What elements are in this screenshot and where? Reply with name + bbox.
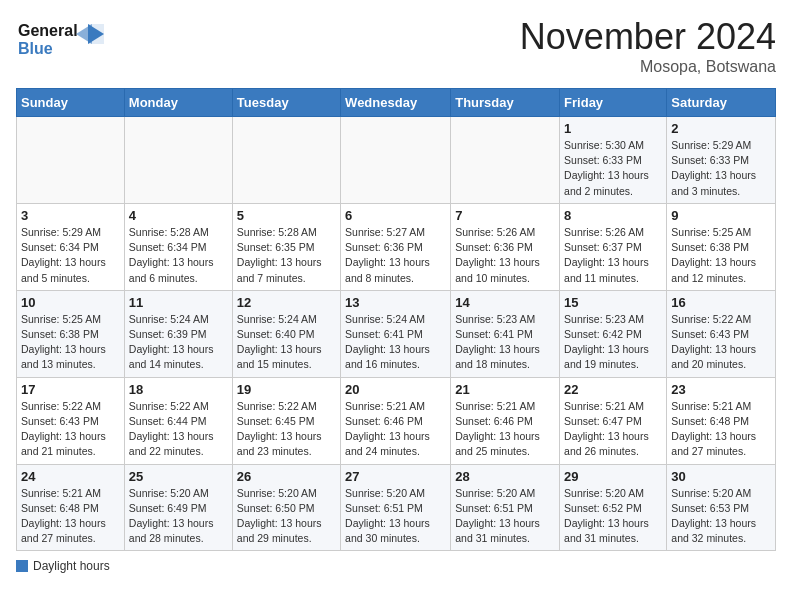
day-number: 26 bbox=[237, 469, 336, 484]
day-number: 12 bbox=[237, 295, 336, 310]
weekday-header-friday: Friday bbox=[560, 89, 667, 117]
day-detail: Sunrise: 5:24 AMSunset: 6:40 PMDaylight:… bbox=[237, 312, 336, 373]
day-detail: Sunrise: 5:22 AMSunset: 6:43 PMDaylight:… bbox=[21, 399, 120, 460]
title-area: November 2024 Mosopa, Botswana bbox=[520, 16, 776, 76]
weekday-header-monday: Monday bbox=[124, 89, 232, 117]
calendar-cell: 19Sunrise: 5:22 AMSunset: 6:45 PMDayligh… bbox=[232, 377, 340, 464]
day-detail: Sunrise: 5:20 AMSunset: 6:49 PMDaylight:… bbox=[129, 486, 228, 547]
calendar-cell: 22Sunrise: 5:21 AMSunset: 6:47 PMDayligh… bbox=[560, 377, 667, 464]
calendar-week-row: 1Sunrise: 5:30 AMSunset: 6:33 PMDaylight… bbox=[17, 117, 776, 204]
day-number: 22 bbox=[564, 382, 662, 397]
day-number: 21 bbox=[455, 382, 555, 397]
day-detail: Sunrise: 5:21 AMSunset: 6:46 PMDaylight:… bbox=[455, 399, 555, 460]
svg-text:General: General bbox=[18, 22, 78, 39]
day-number: 10 bbox=[21, 295, 120, 310]
calendar-cell: 4Sunrise: 5:28 AMSunset: 6:34 PMDaylight… bbox=[124, 203, 232, 290]
calendar-cell: 9Sunrise: 5:25 AMSunset: 6:38 PMDaylight… bbox=[667, 203, 776, 290]
calendar-cell: 30Sunrise: 5:20 AMSunset: 6:53 PMDayligh… bbox=[667, 464, 776, 551]
day-number: 15 bbox=[564, 295, 662, 310]
day-number: 30 bbox=[671, 469, 771, 484]
calendar-cell: 14Sunrise: 5:23 AMSunset: 6:41 PMDayligh… bbox=[451, 290, 560, 377]
day-detail: Sunrise: 5:28 AMSunset: 6:35 PMDaylight:… bbox=[237, 225, 336, 286]
day-detail: Sunrise: 5:22 AMSunset: 6:44 PMDaylight:… bbox=[129, 399, 228, 460]
calendar-week-row: 3Sunrise: 5:29 AMSunset: 6:34 PMDaylight… bbox=[17, 203, 776, 290]
day-detail: Sunrise: 5:29 AMSunset: 6:33 PMDaylight:… bbox=[671, 138, 771, 199]
day-number: 9 bbox=[671, 208, 771, 223]
weekday-header-sunday: Sunday bbox=[17, 89, 125, 117]
weekday-header-tuesday: Tuesday bbox=[232, 89, 340, 117]
day-number: 3 bbox=[21, 208, 120, 223]
calendar-cell bbox=[124, 117, 232, 204]
day-detail: Sunrise: 5:20 AMSunset: 6:52 PMDaylight:… bbox=[564, 486, 662, 547]
day-detail: Sunrise: 5:21 AMSunset: 6:46 PMDaylight:… bbox=[345, 399, 446, 460]
calendar-cell: 23Sunrise: 5:21 AMSunset: 6:48 PMDayligh… bbox=[667, 377, 776, 464]
day-number: 6 bbox=[345, 208, 446, 223]
day-detail: Sunrise: 5:21 AMSunset: 6:47 PMDaylight:… bbox=[564, 399, 662, 460]
day-detail: Sunrise: 5:20 AMSunset: 6:51 PMDaylight:… bbox=[455, 486, 555, 547]
calendar-cell: 5Sunrise: 5:28 AMSunset: 6:35 PMDaylight… bbox=[232, 203, 340, 290]
calendar-cell: 6Sunrise: 5:27 AMSunset: 6:36 PMDaylight… bbox=[341, 203, 451, 290]
day-number: 5 bbox=[237, 208, 336, 223]
daylight-legend: Daylight hours bbox=[16, 559, 110, 573]
calendar-cell: 25Sunrise: 5:20 AMSunset: 6:49 PMDayligh… bbox=[124, 464, 232, 551]
weekday-header-thursday: Thursday bbox=[451, 89, 560, 117]
calendar-cell: 15Sunrise: 5:23 AMSunset: 6:42 PMDayligh… bbox=[560, 290, 667, 377]
logo: General Blue bbox=[16, 16, 106, 68]
calendar-cell: 20Sunrise: 5:21 AMSunset: 6:46 PMDayligh… bbox=[341, 377, 451, 464]
calendar-cell bbox=[232, 117, 340, 204]
calendar-cell: 7Sunrise: 5:26 AMSunset: 6:36 PMDaylight… bbox=[451, 203, 560, 290]
svg-text:Blue: Blue bbox=[18, 40, 53, 57]
calendar-table: SundayMondayTuesdayWednesdayThursdayFrid… bbox=[16, 88, 776, 551]
day-number: 19 bbox=[237, 382, 336, 397]
svg-marker-4 bbox=[76, 24, 92, 44]
calendar-cell bbox=[341, 117, 451, 204]
day-detail: Sunrise: 5:26 AMSunset: 6:36 PMDaylight:… bbox=[455, 225, 555, 286]
day-number: 28 bbox=[455, 469, 555, 484]
calendar-cell: 3Sunrise: 5:29 AMSunset: 6:34 PMDaylight… bbox=[17, 203, 125, 290]
day-detail: Sunrise: 5:29 AMSunset: 6:34 PMDaylight:… bbox=[21, 225, 120, 286]
calendar-cell: 8Sunrise: 5:26 AMSunset: 6:37 PMDaylight… bbox=[560, 203, 667, 290]
day-detail: Sunrise: 5:25 AMSunset: 6:38 PMDaylight:… bbox=[671, 225, 771, 286]
calendar-cell: 16Sunrise: 5:22 AMSunset: 6:43 PMDayligh… bbox=[667, 290, 776, 377]
logo-area: General Blue bbox=[16, 16, 106, 68]
day-detail: Sunrise: 5:20 AMSunset: 6:51 PMDaylight:… bbox=[345, 486, 446, 547]
legend-color-swatch bbox=[16, 560, 28, 572]
calendar-body: 1Sunrise: 5:30 AMSunset: 6:33 PMDaylight… bbox=[17, 117, 776, 551]
day-detail: Sunrise: 5:25 AMSunset: 6:38 PMDaylight:… bbox=[21, 312, 120, 373]
day-number: 8 bbox=[564, 208, 662, 223]
calendar-cell bbox=[451, 117, 560, 204]
day-detail: Sunrise: 5:27 AMSunset: 6:36 PMDaylight:… bbox=[345, 225, 446, 286]
calendar-cell: 27Sunrise: 5:20 AMSunset: 6:51 PMDayligh… bbox=[341, 464, 451, 551]
calendar-cell: 13Sunrise: 5:24 AMSunset: 6:41 PMDayligh… bbox=[341, 290, 451, 377]
day-number: 7 bbox=[455, 208, 555, 223]
calendar-cell: 29Sunrise: 5:20 AMSunset: 6:52 PMDayligh… bbox=[560, 464, 667, 551]
calendar-header: SundayMondayTuesdayWednesdayThursdayFrid… bbox=[17, 89, 776, 117]
calendar-week-row: 10Sunrise: 5:25 AMSunset: 6:38 PMDayligh… bbox=[17, 290, 776, 377]
day-number: 18 bbox=[129, 382, 228, 397]
calendar-cell: 12Sunrise: 5:24 AMSunset: 6:40 PMDayligh… bbox=[232, 290, 340, 377]
day-number: 2 bbox=[671, 121, 771, 136]
day-detail: Sunrise: 5:28 AMSunset: 6:34 PMDaylight:… bbox=[129, 225, 228, 286]
calendar-cell: 26Sunrise: 5:20 AMSunset: 6:50 PMDayligh… bbox=[232, 464, 340, 551]
day-detail: Sunrise: 5:21 AMSunset: 6:48 PMDaylight:… bbox=[671, 399, 771, 460]
day-number: 27 bbox=[345, 469, 446, 484]
weekday-header-wednesday: Wednesday bbox=[341, 89, 451, 117]
weekday-header-row: SundayMondayTuesdayWednesdayThursdayFrid… bbox=[17, 89, 776, 117]
day-number: 16 bbox=[671, 295, 771, 310]
location-title: Mosopa, Botswana bbox=[520, 58, 776, 76]
day-detail: Sunrise: 5:23 AMSunset: 6:41 PMDaylight:… bbox=[455, 312, 555, 373]
day-number: 24 bbox=[21, 469, 120, 484]
header: General Blue November 2024 Mosopa, Botsw… bbox=[16, 16, 776, 76]
day-number: 25 bbox=[129, 469, 228, 484]
calendar-cell bbox=[17, 117, 125, 204]
calendar-week-row: 17Sunrise: 5:22 AMSunset: 6:43 PMDayligh… bbox=[17, 377, 776, 464]
calendar-cell: 2Sunrise: 5:29 AMSunset: 6:33 PMDaylight… bbox=[667, 117, 776, 204]
day-detail: Sunrise: 5:26 AMSunset: 6:37 PMDaylight:… bbox=[564, 225, 662, 286]
day-detail: Sunrise: 5:21 AMSunset: 6:48 PMDaylight:… bbox=[21, 486, 120, 547]
day-number: 1 bbox=[564, 121, 662, 136]
calendar-cell: 11Sunrise: 5:24 AMSunset: 6:39 PMDayligh… bbox=[124, 290, 232, 377]
day-detail: Sunrise: 5:24 AMSunset: 6:39 PMDaylight:… bbox=[129, 312, 228, 373]
calendar-cell: 17Sunrise: 5:22 AMSunset: 6:43 PMDayligh… bbox=[17, 377, 125, 464]
calendar-cell: 28Sunrise: 5:20 AMSunset: 6:51 PMDayligh… bbox=[451, 464, 560, 551]
day-detail: Sunrise: 5:20 AMSunset: 6:50 PMDaylight:… bbox=[237, 486, 336, 547]
